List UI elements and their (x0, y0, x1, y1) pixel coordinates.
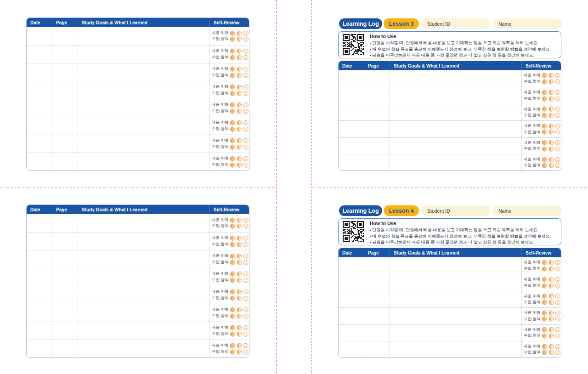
page-cell (364, 308, 390, 324)
table-row: 내용 이해 수업 참여 (27, 268, 249, 286)
study-goals-cell (78, 63, 209, 81)
study-goals-cell (390, 308, 521, 324)
study-goals-cell (390, 70, 521, 87)
table-row: 내용 이해 수업 참여 (339, 257, 561, 274)
rating-mid-icon (548, 283, 554, 289)
self-review-cell: 내용 이해 수업 참여 (521, 291, 561, 307)
rating-high-icon (243, 295, 249, 301)
rating-line: 수업 참여 (524, 316, 560, 322)
worksheet-spread: DatePageStudy Goals & What I LearnedSelf… (0, 0, 588, 374)
rating-low-icon (542, 140, 548, 146)
rating-mid-icon (237, 295, 243, 301)
column-header: Date (339, 61, 364, 70)
rating-label: 내용 이해 (212, 289, 228, 295)
learning-log-badge: Learning Log (339, 205, 382, 216)
rating-high-icon (555, 140, 561, 146)
rating-line: 수업 참여 (212, 55, 248, 61)
rating-label: 수업 참여 (212, 295, 228, 301)
rating-line: 내용 이해 (212, 289, 248, 295)
rating-mid-icon (237, 36, 243, 42)
rating-label: 수업 참여 (524, 113, 540, 118)
rating-label: 수업 참여 (524, 146, 540, 152)
self-review-cell: 내용 이해 수업 참여 (521, 121, 561, 137)
how-to-use-bullet: • 매 수업의 학습 목표를 충분히 이해했는지 점검해 보고, 부족한 점을 … (370, 46, 559, 53)
page-cell (52, 135, 78, 153)
rating-label: 내용 이해 (212, 48, 228, 54)
rating-label: 내용 이해 (212, 102, 228, 108)
rating-high-icon (243, 108, 249, 114)
date-cell (27, 250, 52, 268)
rating-high-icon (555, 96, 561, 102)
rating-mid-icon (548, 344, 554, 350)
rating-mid-icon (548, 310, 554, 316)
date-cell (339, 341, 364, 357)
rating-low-icon (542, 344, 548, 350)
rating-mid-icon (548, 90, 554, 96)
table-header: DatePageStudy Goals & What I LearnedSelf… (27, 18, 249, 27)
panel-top-left: DatePageStudy Goals & What I LearnedSelf… (26, 17, 249, 171)
table-row: 내용 이해 수업 참여 (27, 232, 249, 250)
table-row: 내용 이해 수업 참여 (339, 87, 561, 103)
rating-low-icon (230, 278, 236, 283)
self-review-cell: 내용 이해 수업 참여 (521, 138, 561, 154)
rating-label: 수업 참여 (212, 36, 228, 42)
learning-log-table: DatePageStudy Goals & What I LearnedSelf… (338, 61, 561, 171)
rating-mid-icon (237, 331, 243, 337)
table-row: 내용 이해 수업 참여 (27, 304, 249, 322)
rating-mid-icon (548, 106, 554, 112)
page-cell (364, 291, 390, 307)
rating-low-icon (230, 156, 236, 162)
study-goals-cell (78, 304, 209, 322)
rating-high-icon (555, 266, 561, 272)
rating-label: 내용 이해 (524, 327, 540, 333)
rating-line: 수업 참여 (212, 349, 248, 355)
rating-high-icon (555, 157, 561, 163)
self-review-cell: 내용 이해 수업 참여 (521, 325, 561, 341)
panel-bottom-left: DatePageStudy Goals & What I LearnedSelf… (26, 204, 249, 358)
rating-line: 내용 이해 (212, 66, 248, 72)
rating-label: 수업 참여 (212, 126, 228, 132)
rating-line: 내용 이해 (212, 271, 248, 277)
rating-line: 수업 참여 (212, 36, 248, 42)
rating-line: 수업 참여 (212, 223, 248, 229)
table-row: 내용 이해 수업 참여 (27, 214, 249, 232)
table-row: 내용 이해 수업 참여 (27, 45, 249, 63)
rating-low-icon (230, 325, 236, 331)
rating-low-icon (230, 223, 236, 229)
date-cell (339, 308, 364, 324)
rating-line: 수업 참여 (524, 113, 560, 119)
table-row: 내용 이해 수업 참여 (27, 99, 249, 117)
learning-log-badge: Learning Log (339, 18, 382, 29)
rating-mid-icon (548, 327, 554, 333)
rating-line: 내용 이해 (212, 217, 248, 223)
rating-line: 내용 이해 (212, 253, 248, 259)
rating-label: 내용 이해 (212, 343, 228, 348)
rating-low-icon (230, 289, 236, 295)
rating-line: 내용 이해 (212, 343, 248, 349)
table-row: 내용 이해 수업 참여 (27, 322, 249, 340)
page-cell (52, 27, 78, 45)
rating-low-icon (230, 138, 236, 144)
column-header: Self-Review (521, 61, 561, 70)
how-to-use-text: How to Use • 단원을 시작할 때, 단원에서 배울 내용을 보고 기… (370, 220, 559, 245)
rating-line: 내용 이해 (212, 102, 248, 108)
name-field: Name (492, 18, 562, 29)
column-header: Page (52, 205, 78, 214)
rating-mid-icon (237, 289, 243, 295)
date-cell (339, 325, 364, 341)
how-to-use-title: How to Use (370, 33, 559, 40)
page-cell (364, 104, 390, 120)
rating-line: 수업 참여 (212, 144, 248, 150)
self-review-cell: 내용 이해 수업 참여 (521, 104, 561, 120)
rating-high-icon (243, 30, 249, 36)
rating-mid-icon (548, 79, 554, 85)
rating-line: 내용 이해 (524, 310, 560, 316)
rating-label: 수업 참여 (212, 278, 228, 283)
rating-line: 내용 이해 (212, 84, 248, 90)
page-cell (52, 117, 78, 135)
rating-mid-icon (237, 55, 243, 61)
rating-low-icon (230, 55, 236, 61)
study-goals-cell (390, 121, 521, 137)
rating-mid-icon (237, 235, 243, 241)
page-cell (364, 87, 390, 103)
